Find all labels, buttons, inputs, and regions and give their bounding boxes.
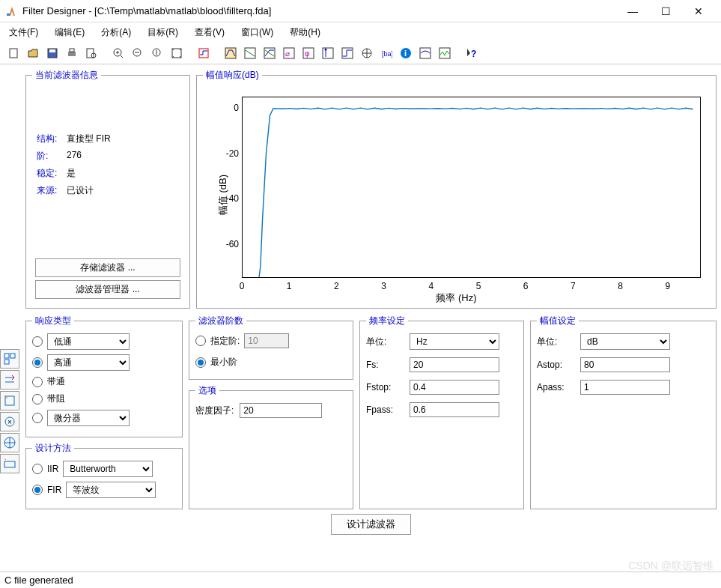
structure-label: 结构: <box>37 133 67 145</box>
roundoff-icon[interactable] <box>436 44 454 62</box>
radio-lowpass[interactable] <box>32 336 43 347</box>
zoom-fit-icon[interactable] <box>168 44 186 62</box>
minimize-button[interactable]: — <box>616 1 649 22</box>
chart-title: 幅值响应(dB) <box>203 69 262 82</box>
filter-spec-icon[interactable] <box>195 44 213 62</box>
print-preview-icon[interactable] <box>82 44 100 62</box>
side-tab-5[interactable] <box>0 433 19 452</box>
side-tabs: × <box>0 64 21 553</box>
menu-analysis[interactable]: 分析(A) <box>98 25 134 40</box>
save-filter-button[interactable]: 存储滤波器 ... <box>35 258 180 277</box>
new-icon[interactable] <box>4 44 22 62</box>
close-button[interactable]: ✕ <box>682 1 715 22</box>
svg-rect-38 <box>4 354 9 358</box>
side-tab-2[interactable] <box>0 370 19 390</box>
x-axis-label: 频率 (Hz) <box>436 291 476 305</box>
mag-est-icon[interactable] <box>416 44 434 62</box>
svg-text:⌀: ⌀ <box>285 49 290 58</box>
design-filter-button[interactable]: 设计滤波器 <box>331 514 411 535</box>
svg-rect-17 <box>199 49 208 58</box>
density-input[interactable] <box>240 403 322 418</box>
filter-info-panel: 当前滤波器信息 结构:直接型 FIR 阶:276 稳定:是 来源:已设计 存储滤… <box>25 69 190 309</box>
svg-rect-4 <box>68 52 76 56</box>
radio-specify-order[interactable] <box>195 336 206 346</box>
highpass-select[interactable]: 高通 <box>47 354 130 371</box>
phase-delay-icon[interactable]: φ <box>299 44 317 62</box>
watermark: CSDN @联远智维 <box>628 560 714 573</box>
radio-fir[interactable] <box>32 485 43 495</box>
apass-input[interactable] <box>580 380 670 395</box>
matlab-icon <box>6 5 18 17</box>
statusbar: C file generated <box>0 572 721 588</box>
freq-unit-select[interactable]: Hz <box>410 333 499 350</box>
mag-phase-icon[interactable] <box>261 44 279 62</box>
zoom-y-icon[interactable] <box>148 44 166 62</box>
order-value: 276 <box>67 150 82 163</box>
maximize-button[interactable]: ☐ <box>649 1 682 22</box>
svg-rect-3 <box>49 49 55 52</box>
menu-window[interactable]: 窗口(W) <box>238 25 276 40</box>
menu-target[interactable]: 目标(R) <box>144 25 181 40</box>
magnitude-response-panel: 幅值响应(dB) 幅值 (dB) 频率 (Hz) 0-20-40-6001234… <box>196 69 717 309</box>
side-tab-6[interactable] <box>0 454 19 473</box>
coeffs-icon[interactable]: [ba] <box>377 44 395 62</box>
astop-input[interactable] <box>580 357 670 372</box>
radio-diff[interactable] <box>32 413 43 423</box>
lowpass-select[interactable]: 低通 <box>47 333 130 350</box>
design-method-panel: 设计方法 IIRButterworth FIR等波纹 <box>25 442 183 509</box>
phase-response-icon[interactable] <box>241 44 259 62</box>
radio-bandstop[interactable] <box>32 394 43 404</box>
radio-highpass[interactable] <box>32 357 43 368</box>
chart-axes <box>242 97 701 278</box>
source-label: 来源: <box>37 184 67 197</box>
side-tab-3[interactable] <box>0 391 19 410</box>
svg-text:i: i <box>404 49 407 58</box>
mag-unit-select[interactable]: dB <box>580 333 670 350</box>
print-icon[interactable] <box>63 44 81 62</box>
order-label: 阶: <box>37 150 67 163</box>
svg-rect-40 <box>4 360 9 364</box>
structure-value: 直接型 FIR <box>67 133 111 145</box>
svg-text:[ba]: [ba] <box>382 50 392 58</box>
svg-rect-1 <box>10 49 17 58</box>
stable-label: 稳定: <box>37 167 67 180</box>
svg-rect-47 <box>4 461 15 467</box>
filter-manager-button[interactable]: 滤波器管理器 ... <box>35 280 180 299</box>
menu-file[interactable]: 文件(F) <box>6 25 41 40</box>
freq-spec-panel: 频率设定 单位:Hz Fs: Fstop: Fpass: <box>359 315 524 509</box>
fstop-input[interactable] <box>410 380 499 395</box>
fs-input[interactable] <box>410 357 499 372</box>
window-title: Filter Designer - [C:\Temp\matlab\matlab… <box>22 5 616 16</box>
radio-bandpass[interactable] <box>32 377 43 387</box>
diff-select[interactable]: 微分器 <box>47 410 130 426</box>
group-delay-icon[interactable]: ⌀ <box>280 44 298 62</box>
toolbar: ⌀ φ [ba] i ? <box>0 42 721 64</box>
order-input <box>244 333 289 348</box>
info-icon[interactable]: i <box>397 44 415 62</box>
titlebar: Filter Designer - [C:\Temp\matlab\matlab… <box>0 0 721 22</box>
impulse-icon[interactable] <box>319 44 337 62</box>
filter-order-panel: 滤波器阶数 指定阶: 最小阶 <box>189 315 353 380</box>
menu-view[interactable]: 查看(V) <box>192 25 228 40</box>
menu-help[interactable]: 帮助(H) <box>287 25 323 40</box>
menu-edit[interactable]: 编辑(E) <box>52 25 88 40</box>
iir-select[interactable]: Butterworth <box>63 461 153 477</box>
radio-iir[interactable] <box>32 464 43 474</box>
side-tab-1[interactable] <box>0 349 19 369</box>
zoom-in-icon[interactable] <box>109 44 127 62</box>
fpass-input[interactable] <box>410 402 499 417</box>
side-tab-4[interactable]: × <box>0 412 19 431</box>
filter-info-title: 当前滤波器信息 <box>32 69 101 82</box>
open-icon[interactable] <box>24 44 42 62</box>
save-icon[interactable] <box>43 44 61 62</box>
polezero-icon[interactable] <box>358 44 376 62</box>
radio-min-order[interactable] <box>195 357 206 368</box>
context-help-icon[interactable]: ? <box>463 44 481 62</box>
mag-spec-panel: 幅值设定 单位:dB Astop: Apass: <box>530 315 717 509</box>
mag-response-icon[interactable] <box>222 44 240 62</box>
svg-text:×: × <box>7 418 12 426</box>
step-icon[interactable] <box>338 44 356 62</box>
menubar: 文件(F) 编辑(E) 分析(A) 目标(R) 查看(V) 窗口(W) 帮助(H… <box>0 22 721 42</box>
fir-select[interactable]: 等波纹 <box>66 482 156 498</box>
zoom-x-icon[interactable] <box>129 44 147 62</box>
